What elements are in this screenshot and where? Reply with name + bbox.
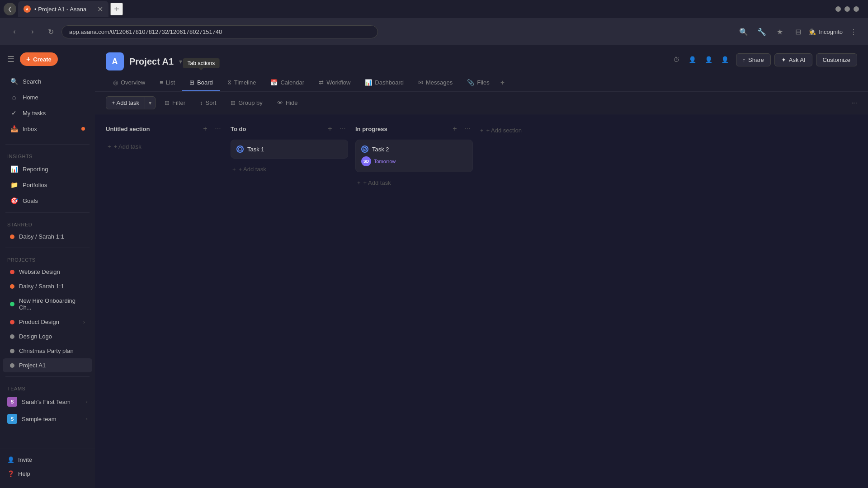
filter-button[interactable]: ⊟ Filter bbox=[159, 97, 191, 109]
ai-icon: ✦ bbox=[781, 56, 786, 63]
hamburger-menu[interactable]: ☰ bbox=[5, 52, 16, 66]
add-task-dropdown-arrow[interactable]: ▾ bbox=[145, 97, 155, 109]
back-button[interactable]: ‹ bbox=[7, 24, 22, 39]
column-cards-todo: Task 1 + + Add task bbox=[231, 140, 348, 185]
card-avatar-task2: SD bbox=[361, 156, 371, 166]
projects-section: Projects Website Design Daisy / Sarah 1:… bbox=[0, 252, 95, 373]
add-task-main[interactable]: + Add task bbox=[106, 97, 145, 109]
column-actions-in-progress: + ··· bbox=[449, 123, 473, 134]
sidebar-item-sarahs-team[interactable]: S Sarah's First Team › bbox=[0, 393, 95, 410]
timer-icon[interactable]: ⏱ bbox=[669, 52, 684, 67]
tab-files[interactable]: 📎 Files bbox=[460, 75, 496, 91]
project-star-icon[interactable]: ☆ bbox=[188, 58, 193, 65]
column-more-button-untitled[interactable]: ··· bbox=[212, 123, 223, 134]
sidebar-item-daisy-sarah-starred[interactable]: Daisy / Sarah 1:1 bbox=[3, 230, 92, 244]
sidebar-item-design-logo[interactable]: Design Logo bbox=[3, 329, 92, 343]
sidebar-item-inbox[interactable]: 📥 Inbox bbox=[3, 121, 92, 136]
invite-button[interactable]: 👤 Invite bbox=[0, 453, 95, 467]
sidebar-item-sample-team[interactable]: S Sample team › bbox=[0, 410, 95, 427]
sidebar-item-reporting[interactable]: 📊 Reporting bbox=[3, 161, 92, 177]
add-task-todo[interactable]: + + Add task bbox=[231, 162, 348, 176]
tab-dashboard[interactable]: 📊 Dashboard bbox=[358, 75, 411, 91]
tab-board[interactable]: ⊞ Board Tab actions bbox=[182, 75, 220, 91]
sidebar-toggle[interactable]: ⊟ bbox=[791, 24, 805, 39]
search-button[interactable]: 🔍 bbox=[736, 24, 751, 39]
sort-button[interactable]: ↕ Sort bbox=[194, 97, 222, 109]
column-more-button-in-progress[interactable]: ··· bbox=[462, 123, 473, 134]
tab-timeline[interactable]: ⧖ Timeline bbox=[220, 74, 264, 91]
active-tab[interactable]: A • Project A1 - Asana ✕ bbox=[18, 1, 108, 17]
column-more-button-todo[interactable]: ··· bbox=[337, 123, 348, 134]
group-by-button[interactable]: ⊞ Group by bbox=[225, 97, 268, 109]
sidebar-item-project-a1[interactable]: Project A1 bbox=[3, 358, 92, 372]
card-task1[interactable]: Task 1 bbox=[231, 140, 348, 159]
sidebar-item-daisy-sarah-proj[interactable]: Daisy / Sarah 1:1 bbox=[3, 279, 92, 293]
tab-workflow[interactable]: ⇄ Workflow bbox=[311, 75, 358, 91]
member-icon-3[interactable]: 👤 bbox=[718, 52, 732, 67]
sidebar-item-website-design[interactable]: Website Design bbox=[3, 265, 92, 279]
member-icon-1[interactable]: 👤 bbox=[685, 52, 700, 67]
task1-status-icon[interactable] bbox=[236, 145, 244, 153]
share-button[interactable]: ↑ Share bbox=[736, 53, 771, 66]
sidebar-item-new-hire[interactable]: New Hire Onboarding Ch... bbox=[3, 294, 92, 314]
sidebar-item-christmas[interactable]: Christmas Party plan bbox=[3, 344, 92, 358]
bookmark-button[interactable]: ★ bbox=[773, 24, 787, 39]
card-task2[interactable]: Task 2 SD Tomorrow bbox=[355, 140, 473, 172]
card-meta-task2: SD Tomorrow bbox=[361, 156, 467, 166]
toolbar-more-button[interactable]: ··· bbox=[851, 99, 857, 107]
add-task-plus-icon-in-progress: + bbox=[357, 179, 361, 186]
files-icon: 📎 bbox=[467, 79, 474, 86]
add-task-button[interactable]: + Add task ▾ bbox=[106, 96, 156, 109]
new-tab-button[interactable]: + bbox=[110, 3, 123, 15]
tab-messages[interactable]: ✉ Messages bbox=[411, 75, 460, 91]
sidebar-item-home[interactable]: ⌂ Home bbox=[3, 89, 92, 105]
column-add-button-untitled[interactable]: + bbox=[200, 123, 211, 134]
sidebar-item-search[interactable]: 🔍 Search bbox=[3, 74, 92, 89]
address-bar[interactable] bbox=[61, 25, 378, 38]
create-button[interactable]: + Create bbox=[20, 52, 58, 66]
sort-icon: ↕ bbox=[200, 99, 203, 106]
tab-calendar[interactable]: 📅 Calendar bbox=[263, 75, 311, 91]
sidebar-item-product-design[interactable]: Product Design › bbox=[3, 315, 92, 329]
minimize-button[interactable] bbox=[835, 6, 841, 12]
tab-favicon: A bbox=[24, 5, 31, 13]
project-dot-daisy2 bbox=[10, 284, 14, 289]
column-header-in-progress: In progress + ··· bbox=[355, 123, 473, 140]
column-add-button-todo[interactable]: + bbox=[325, 123, 335, 134]
help-button[interactable]: ❓ Help bbox=[0, 467, 95, 481]
insights-section-title: Insights bbox=[0, 148, 95, 161]
tab-list[interactable]: ≡ List bbox=[152, 75, 182, 91]
sidebar-item-portfolios[interactable]: 📁 Portfolios bbox=[3, 177, 92, 192]
close-button[interactable] bbox=[854, 6, 859, 12]
sidebar: ☰ + Create 🔍 Search ⌂ Home ✓ My tasks 📥 bbox=[0, 45, 95, 488]
reload-button[interactable]: ↻ bbox=[43, 24, 58, 39]
ask-ai-button[interactable]: ✦ Ask AI bbox=[774, 53, 812, 66]
extensions-button[interactable]: 🔧 bbox=[755, 24, 769, 39]
forward-button[interactable]: › bbox=[25, 24, 40, 39]
team-chevron-sarah: › bbox=[86, 399, 88, 405]
tab-overview[interactable]: ◎ Overview bbox=[106, 75, 152, 91]
task2-status-icon[interactable] bbox=[361, 145, 368, 153]
workflow-icon: ⇄ bbox=[319, 79, 324, 86]
maximize-button[interactable] bbox=[844, 6, 850, 12]
column-add-button-in-progress[interactable]: + bbox=[449, 123, 460, 134]
hide-button[interactable]: 👁 Hide bbox=[272, 97, 303, 109]
add-section-button[interactable]: + + Add section bbox=[480, 123, 522, 137]
tab-group-button[interactable]: ❮ bbox=[4, 3, 16, 15]
add-task-untitled[interactable]: + + Add task bbox=[106, 140, 223, 154]
add-tab-button[interactable]: + bbox=[497, 74, 508, 91]
sidebar-bottom: 👤 Invite ❓ Help bbox=[0, 449, 95, 484]
toolbar: + Add task ▾ ⊟ Filter ↕ Sort ⊞ Group by … bbox=[95, 92, 868, 114]
tab-close-button[interactable]: ✕ bbox=[97, 5, 103, 14]
filter-icon: ⊟ bbox=[165, 99, 170, 106]
member-icon-2[interactable]: 👤 bbox=[702, 52, 716, 67]
customize-button[interactable]: Customize bbox=[816, 53, 857, 66]
add-task-in-progress[interactable]: + + Add task bbox=[355, 176, 473, 190]
sidebar-item-my-tasks[interactable]: ✓ My tasks bbox=[3, 105, 92, 121]
menu-button[interactable]: ⋮ bbox=[846, 24, 861, 39]
project-dropdown-icon[interactable]: ▾ bbox=[179, 58, 182, 65]
project-actions: ⏱ 👤 👤 👤 ↑ Share ✦ Ask AI Customize bbox=[669, 52, 857, 67]
teams-section-title: Teams bbox=[0, 380, 95, 393]
project-name: Project A1 bbox=[129, 56, 174, 67]
sidebar-item-goals[interactable]: 🎯 Goals bbox=[3, 193, 92, 208]
